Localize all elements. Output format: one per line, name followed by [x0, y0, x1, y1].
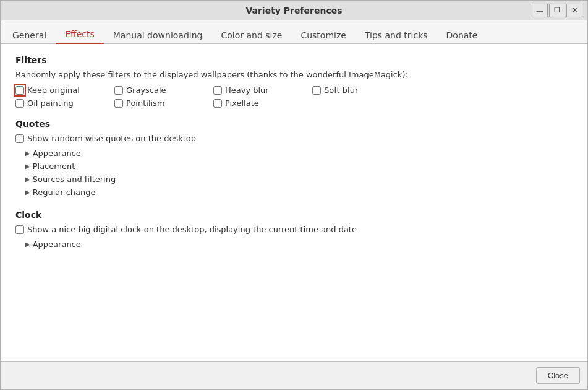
filter-oil-painting-checkbox[interactable] [15, 99, 24, 108]
clock-appearance-chevron: ▶ [25, 241, 30, 248]
tab-tips-and-tricks[interactable]: Tips and tricks [356, 26, 437, 44]
tab-bar: General Effects Manual downloading Color… [1, 20, 587, 44]
close-button[interactable]: Close [536, 367, 580, 384]
tab-effects[interactable]: Effects [56, 25, 104, 44]
quotes-show-label: Show random wise quotes on the desktop [27, 134, 196, 143]
window-title: Variety Preferences [245, 6, 342, 15]
filter-oil-painting[interactable]: Oil painting [15, 98, 114, 108]
quotes-sources-label: Sources and filtering [33, 175, 116, 184]
clock-title: Clock [15, 210, 573, 220]
filters-description: Randomly apply these filters to the disp… [15, 70, 573, 79]
clock-appearance-label: Appearance [33, 240, 81, 249]
filter-keep-original-checkbox[interactable] [15, 86, 24, 95]
filter-grayscale-label: Grayscale [126, 85, 166, 95]
quotes-appearance-chevron: ▶ [25, 150, 30, 157]
quotes-sources-chevron: ▶ [25, 176, 30, 183]
filter-pixellate-label: Pixellate [225, 98, 259, 108]
main-window: Variety Preferences — ❐ ✕ General Effect… [0, 0, 588, 390]
clock-appearance-collapsible[interactable]: ▶ Appearance [15, 238, 573, 251]
filter-heavy-blur-label: Heavy blur [225, 85, 269, 95]
minimize-button[interactable]: — [532, 4, 548, 17]
filter-grayscale-checkbox[interactable] [114, 86, 123, 95]
quotes-show-checkbox[interactable] [15, 134, 24, 143]
filters-section: Filters Randomly apply these filters to … [15, 55, 573, 108]
filter-pointilism[interactable]: Pointilism [114, 98, 213, 108]
quotes-regular-change-chevron: ▶ [25, 189, 30, 196]
clock-show-checkbox[interactable] [15, 225, 24, 234]
tab-donate[interactable]: Donate [437, 26, 487, 44]
filter-pixellate-checkbox[interactable] [213, 99, 222, 108]
filter-pixellate[interactable]: Pixellate [213, 98, 312, 108]
filters-title: Filters [15, 55, 573, 65]
quotes-show-checkbox-label[interactable]: Show random wise quotes on the desktop [15, 134, 573, 143]
clock-section: Clock Show a nice big digital clock on t… [15, 210, 573, 251]
filter-pointilism-label: Pointilism [126, 98, 165, 108]
quotes-placement-collapsible[interactable]: ▶ Placement [15, 160, 573, 173]
filter-heavy-blur-checkbox[interactable] [213, 86, 222, 95]
filter-pointilism-checkbox[interactable] [114, 99, 123, 108]
title-bar: Variety Preferences — ❐ ✕ [1, 1, 587, 20]
filter-grayscale[interactable]: Grayscale [114, 85, 213, 95]
quotes-regular-change-collapsible[interactable]: ▶ Regular change [15, 186, 573, 199]
quotes-title: Quotes [15, 119, 573, 129]
quotes-section: Quotes Show random wise quotes on the de… [15, 119, 573, 199]
tab-color-and-size[interactable]: Color and size [211, 26, 291, 44]
quotes-appearance-label: Appearance [33, 149, 81, 158]
filter-oil-painting-label: Oil painting [27, 98, 74, 108]
quotes-placement-chevron: ▶ [25, 163, 30, 170]
tab-general[interactable]: General [3, 26, 56, 44]
tab-manual-downloading[interactable]: Manual downloading [104, 26, 212, 44]
filter-keep-original[interactable]: Keep original [15, 85, 114, 95]
close-window-button[interactable]: ✕ [566, 4, 582, 17]
filter-heavy-blur[interactable]: Heavy blur [213, 85, 312, 95]
quotes-placement-label: Placement [33, 162, 75, 171]
clock-show-label: Show a nice big digital clock on the des… [27, 225, 357, 234]
quotes-sources-collapsible[interactable]: ▶ Sources and filtering [15, 173, 573, 186]
content-area: Filters Randomly apply these filters to … [1, 44, 587, 361]
maximize-button[interactable]: ❐ [549, 4, 565, 17]
filter-soft-blur-label: Soft blur [324, 85, 358, 95]
footer: Close [1, 361, 587, 389]
clock-show-checkbox-label[interactable]: Show a nice big digital clock on the des… [15, 225, 573, 234]
filter-keep-original-label: Keep original [27, 85, 80, 95]
quotes-regular-change-label: Regular change [33, 188, 96, 197]
tab-customize[interactable]: Customize [291, 26, 356, 44]
filter-soft-blur-checkbox[interactable] [312, 86, 321, 95]
filter-checkboxes: Keep original Grayscale Heavy blur Soft … [15, 85, 573, 108]
filter-soft-blur[interactable]: Soft blur [312, 85, 411, 95]
window-controls: — ❐ ✕ [532, 4, 582, 17]
quotes-appearance-collapsible[interactable]: ▶ Appearance [15, 147, 573, 160]
